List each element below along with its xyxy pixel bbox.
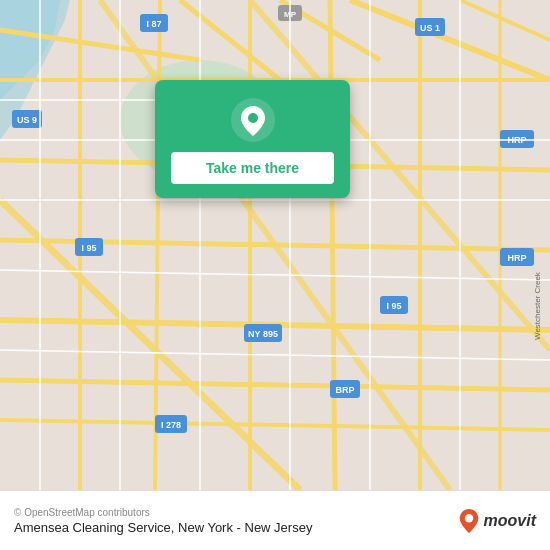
- bottom-bar: © OpenStreetMap contributors Amensea Cle…: [0, 490, 550, 550]
- svg-text:Westchester Creek: Westchester Creek: [533, 271, 542, 340]
- map-container: I 87 US 9 US 1 US I 95 I 95 HRP HRP NY 8…: [0, 0, 550, 490]
- svg-text:NY 895: NY 895: [248, 329, 278, 339]
- svg-point-61: [464, 514, 472, 522]
- svg-text:I 278: I 278: [161, 420, 181, 430]
- location-card: Take me there: [155, 80, 350, 198]
- svg-text:HRP: HRP: [507, 253, 526, 263]
- location-info: © OpenStreetMap contributors Amensea Cle…: [14, 507, 312, 535]
- place-name: Amensea Cleaning Service, New York - New…: [14, 520, 312, 535]
- take-me-there-button[interactable]: Take me there: [171, 152, 334, 184]
- svg-text:US 1: US 1: [420, 23, 440, 33]
- map-pin-icon: [231, 98, 275, 142]
- map-attribution: © OpenStreetMap contributors: [14, 507, 312, 518]
- svg-text:I 95: I 95: [81, 243, 96, 253]
- svg-text:I 87: I 87: [146, 19, 161, 29]
- svg-text:US 9: US 9: [17, 115, 37, 125]
- svg-point-60: [248, 113, 258, 123]
- moovit-brand-text: moovit: [484, 512, 536, 530]
- svg-text:I 95: I 95: [386, 301, 401, 311]
- svg-text:BRP: BRP: [335, 385, 354, 395]
- moovit-pin-icon: [458, 508, 480, 534]
- moovit-logo: moovit: [458, 508, 536, 534]
